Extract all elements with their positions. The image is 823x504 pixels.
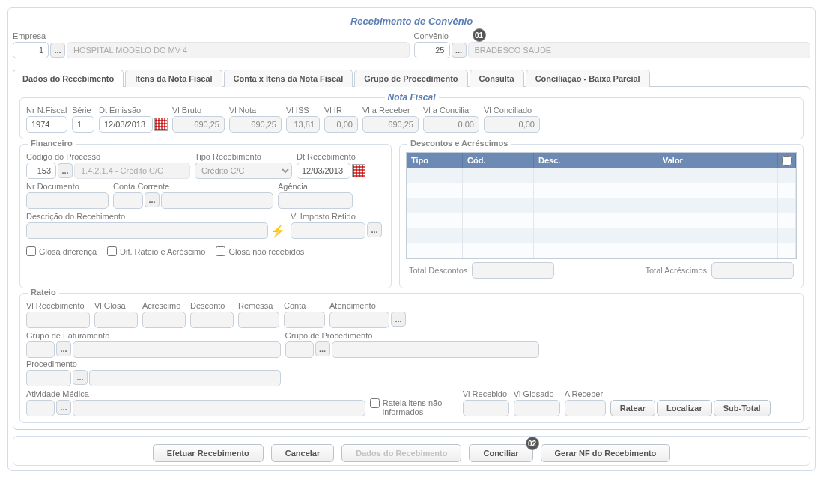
vl-imposto-lov-button[interactable]: ... <box>367 222 382 237</box>
tab-dados-recebimento[interactable]: Dados do Recebimento <box>13 70 124 87</box>
table-row[interactable] <box>407 213 796 228</box>
total-acrescimos-label: Total Acréscimos <box>645 266 707 275</box>
tab-grupo-procedimento[interactable]: Grupo de Procedimento <box>354 70 467 87</box>
atendimento-label: Atendimento <box>329 301 406 310</box>
tab-consulta[interactable]: Consulta <box>470 70 524 87</box>
vl-conciliar-input <box>423 116 479 133</box>
convenio-input[interactable] <box>414 42 450 58</box>
atividade-label: Atividade Médica <box>26 389 365 398</box>
cancelar-button[interactable]: Cancelar <box>271 444 334 462</box>
subtotal-button[interactable]: Sub-Total <box>714 400 771 416</box>
conciliar-button[interactable]: Conciliar <box>469 444 532 462</box>
cb-rateia-itens[interactable]: Rateia itens não informados <box>370 398 452 416</box>
gerar-nf-button[interactable]: Gerar NF do Recebimento <box>541 444 671 462</box>
convenio-lov-button[interactable]: ... <box>452 43 467 58</box>
dt-recebimento-calendar-icon[interactable] <box>352 164 365 177</box>
table-row[interactable] <box>407 183 796 198</box>
table-row[interactable] <box>407 168 796 183</box>
nr-documento-input[interactable] <box>26 192 109 209</box>
bolt-icon[interactable]: ⚡ <box>270 222 286 239</box>
badge-01: 01 <box>473 28 486 42</box>
tab-conta-itens[interactable]: Conta x Itens da Nota Fiscal <box>224 70 353 87</box>
atendimento-input[interactable] <box>329 312 389 328</box>
nr-nfiscal-input[interactable] <box>26 116 67 133</box>
tipo-recebimento-label: Tipo Recebimento <box>195 152 292 161</box>
tab-itens-nota[interactable]: Itens da Nota Fiscal <box>125 70 222 87</box>
empresa-input[interactable] <box>13 42 49 58</box>
descontos-legend: Descontos e Acréscimos <box>407 139 511 148</box>
dt-recebimento-input[interactable] <box>297 163 350 179</box>
procedimento-lov-button[interactable]: ... <box>73 370 88 385</box>
grid-header-checkbox[interactable] <box>782 156 792 166</box>
vl-ir-input <box>324 116 358 133</box>
tab-content: Nota Fiscal Nr N.Fiscal Série Dt Emissão… <box>13 86 810 430</box>
col-tipo: Tipo <box>407 153 463 168</box>
descricao-receb-input[interactable] <box>26 222 268 239</box>
tab-bar: Dados do Recebimento Itens da Nota Fisca… <box>13 69 810 86</box>
dt-emissao-input[interactable] <box>99 116 153 133</box>
agencia-label: Agência <box>278 182 353 191</box>
empresa-label: Empresa <box>13 31 410 40</box>
atividade-desc <box>73 400 365 416</box>
page-title: Recebimento de Convênio <box>13 16 810 27</box>
badge-02: 02 <box>526 437 539 450</box>
col-desc: Desc. <box>534 153 658 168</box>
procedimento-label: Procedimento <box>26 359 281 368</box>
table-row[interactable] <box>407 198 796 213</box>
codigo-processo-lov-button[interactable]: ... <box>58 163 73 178</box>
grupo-proc-lov-button[interactable]: ... <box>315 341 330 356</box>
desconto-input[interactable] <box>190 312 234 328</box>
descontos-grid: Tipo Cód. Desc. Valor <box>406 152 797 259</box>
conta-input[interactable] <box>284 312 325 328</box>
vl-recebimento-input[interactable] <box>26 312 90 328</box>
table-row[interactable] <box>407 243 796 258</box>
tab-conciliacao[interactable]: Conciliação - Baixa Parcial <box>526 70 650 87</box>
grupo-fat-lov-button[interactable]: ... <box>56 341 71 356</box>
grid-footer: Total Descontos Total Acréscimos <box>406 259 797 282</box>
codigo-processo-label: Código do Processo <box>26 152 190 161</box>
ratear-button[interactable]: Ratear <box>610 400 655 416</box>
vl-imposto-input <box>291 222 365 239</box>
conta-label: Conta <box>284 301 325 310</box>
descontos-fieldset: Descontos e Acréscimos Tipo Cód. Desc. V… <box>399 144 804 288</box>
cb-dif-rateio[interactable]: Dif. Rateio é Acréscimo <box>107 246 205 256</box>
cb-glosa-nao-recebidos[interactable]: Glosa não recebidos <box>216 246 304 256</box>
atividade-lov-button[interactable]: ... <box>56 400 71 415</box>
efetuar-recebimento-button[interactable]: Efetuar Recebimento <box>153 444 264 462</box>
codigo-processo-input[interactable] <box>26 163 56 179</box>
conta-corrente-input[interactable] <box>113 192 143 209</box>
vl-imposto-label: Vl Imposto Retido <box>291 212 382 221</box>
nota-fiscal-fieldset: Nota Fiscal Nr N.Fiscal Série Dt Emissão… <box>19 97 804 139</box>
grid-body <box>407 168 796 258</box>
grupo-proc-desc <box>332 341 540 358</box>
conta-corrente-lov-button[interactable]: ... <box>145 192 160 207</box>
procedimento-code[interactable] <box>26 370 71 386</box>
vl-recebimento-label: Vl Recebimento <box>26 301 90 310</box>
atividade-code[interactable] <box>26 400 55 416</box>
localizar-button[interactable]: Localizar <box>657 400 712 416</box>
cb-glosa-diferenca[interactable]: Glosa diferença <box>26 246 97 256</box>
serie-label: Série <box>72 106 94 115</box>
table-row[interactable] <box>407 228 796 243</box>
dt-emissao-calendar-icon[interactable] <box>154 118 168 131</box>
vl-bruto-label: Vl Bruto <box>172 106 225 115</box>
atendimento-lov-button[interactable]: ... <box>391 312 406 327</box>
vl-glosado-label: Vl Glosado <box>514 389 560 398</box>
grupo-proc-code[interactable] <box>285 341 314 358</box>
tipo-recebimento-select[interactable]: Crédito C/C <box>195 163 292 179</box>
main-panel: Recebimento de Convênio Empresa ... HOSP… <box>7 7 816 471</box>
acrescimo-input[interactable] <box>142 312 186 328</box>
vl-glosa-input[interactable] <box>94 312 138 328</box>
dados-recebimento-button: Dados do Recebimento <box>341 444 461 462</box>
procedimento-desc <box>89 370 281 386</box>
vl-bruto-input <box>172 116 225 133</box>
conta-corrente-label: Conta Corrente <box>113 182 273 191</box>
remessa-input[interactable] <box>238 312 279 328</box>
serie-input[interactable] <box>72 116 94 133</box>
empresa-lov-button[interactable]: ... <box>50 43 65 58</box>
remessa-label: Remessa <box>238 301 279 310</box>
grupo-fat-code[interactable] <box>26 341 55 358</box>
vl-conciliar-label: Vl a Conciliar <box>423 106 479 115</box>
financeiro-legend: Financeiro <box>28 139 76 148</box>
descricao-receb-label: Descrição do Recebimento <box>26 212 286 221</box>
